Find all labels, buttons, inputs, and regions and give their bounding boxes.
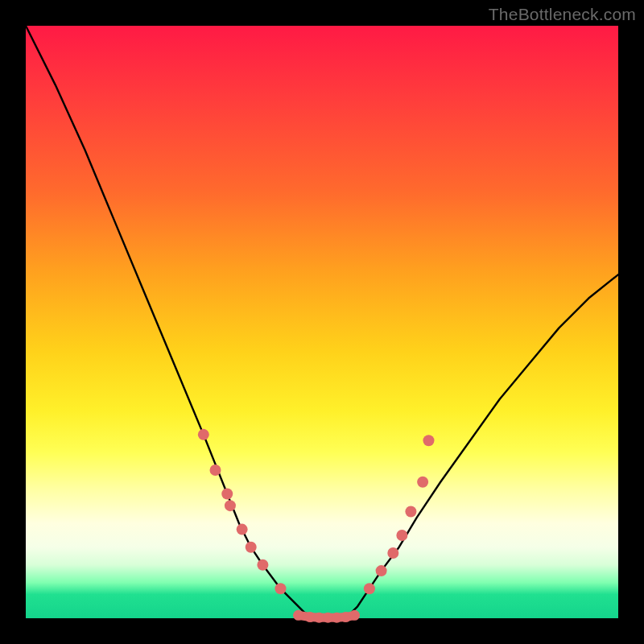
svg-point-8 <box>364 583 375 594</box>
svg-point-12 <box>405 506 416 518</box>
svg-point-3 <box>225 500 236 511</box>
svg-point-2 <box>221 488 233 499</box>
svg-point-4 <box>237 524 248 535</box>
bottleneck-curve <box>26 26 618 618</box>
svg-point-13 <box>417 477 428 488</box>
svg-point-5 <box>246 542 257 553</box>
svg-point-11 <box>396 530 407 541</box>
watermark-text: TheBottleneck.com <box>489 5 636 24</box>
svg-point-10 <box>387 547 398 559</box>
chart-overlay <box>26 26 618 618</box>
svg-point-16 <box>305 612 316 622</box>
svg-point-15 <box>293 610 303 621</box>
svg-point-6 <box>257 559 268 571</box>
svg-point-0 <box>198 429 209 440</box>
svg-point-19 <box>332 613 342 623</box>
svg-point-1 <box>210 464 221 476</box>
svg-point-14 <box>423 435 434 446</box>
plot-area <box>26 26 618 618</box>
curve-markers <box>198 429 435 623</box>
svg-point-9 <box>376 565 387 576</box>
svg-point-7 <box>275 583 286 594</box>
svg-point-21 <box>349 610 360 621</box>
svg-point-20 <box>341 612 351 622</box>
chart-frame: TheBottleneck.com <box>0 0 644 644</box>
